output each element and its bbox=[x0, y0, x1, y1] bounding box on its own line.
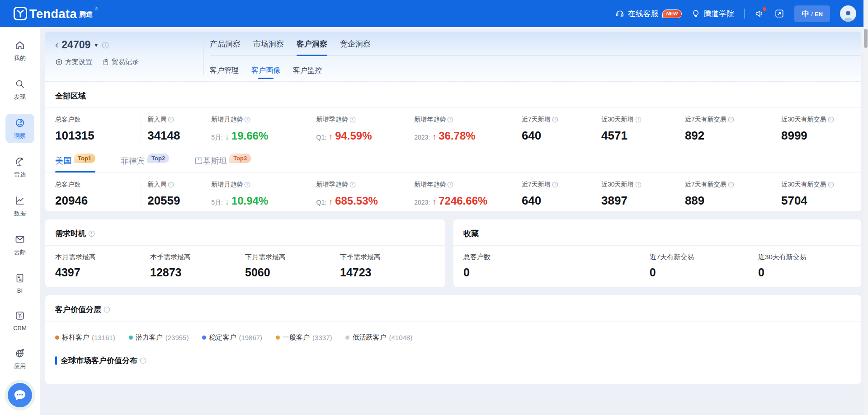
stat-label: 总客户数 bbox=[463, 253, 650, 261]
info-icon[interactable] bbox=[828, 117, 834, 123]
legend-count: (41048) bbox=[389, 334, 412, 341]
demand-info-icon[interactable] bbox=[88, 230, 95, 237]
tendata-logo[interactable]: Tendata 腾道 ® bbox=[14, 7, 98, 20]
subtitle-info-icon[interactable] bbox=[140, 357, 146, 364]
info-icon[interactable] bbox=[635, 117, 642, 123]
stat-value: 12873 bbox=[150, 266, 245, 279]
sidebar-item-label: 雷达 bbox=[14, 171, 26, 179]
legend-item[interactable]: 稳定客户(19867) bbox=[202, 333, 262, 342]
overview-card: ‹ 24709 ▼ 方案设置 贸 bbox=[45, 32, 861, 211]
stat-value: 640 bbox=[522, 129, 598, 143]
back-icon[interactable]: ‹ bbox=[55, 41, 58, 49]
legend-dot bbox=[129, 336, 133, 340]
stat-label-text: 新增月趋势 bbox=[211, 181, 243, 189]
sidebar-item-data[interactable]: 数据 bbox=[5, 191, 34, 221]
country-rank-badge: Top2 bbox=[147, 154, 169, 163]
info-icon[interactable] bbox=[447, 117, 453, 123]
secondary-tab-3[interactable]: 客户监控 bbox=[293, 66, 322, 81]
stat-label-text: 近7天新增 bbox=[522, 116, 551, 124]
stat-column: 近30天有新交易0 bbox=[758, 253, 851, 279]
stat-label-text: 近30天新增 bbox=[601, 116, 634, 124]
sidebar-item-insight[interactable]: 洞察 bbox=[5, 114, 34, 143]
sidebar-item-search[interactable]: 发现 bbox=[5, 75, 34, 104]
apps-icon bbox=[14, 348, 25, 360]
radar-icon bbox=[14, 156, 25, 169]
info-icon[interactable] bbox=[244, 182, 250, 188]
primary-tab-3[interactable]: 客户洞察 bbox=[297, 39, 327, 55]
trend-percent: 19.66% bbox=[231, 130, 268, 142]
announcements-button[interactable] bbox=[755, 9, 764, 19]
primary-tab-4[interactable]: 竞企洞察 bbox=[340, 39, 371, 55]
fullscreen-button[interactable] bbox=[774, 9, 784, 19]
info-icon[interactable] bbox=[168, 182, 174, 188]
sidebar-item-label: 洞察 bbox=[14, 132, 26, 140]
academy-button[interactable]: 腾道学院 bbox=[692, 9, 734, 19]
user-avatar[interactable] bbox=[840, 5, 856, 22]
search-icon bbox=[14, 79, 25, 91]
trade-records-button[interactable]: 贸易记录 bbox=[102, 58, 139, 66]
legend-item[interactable]: 一般客户(3337) bbox=[276, 333, 332, 342]
secondary-tab-1[interactable]: 客户管理 bbox=[210, 66, 239, 81]
stat-value: 5060 bbox=[245, 266, 340, 279]
scrollbar-thumb[interactable] bbox=[864, 29, 868, 48]
primary-tab-2[interactable]: 市场洞察 bbox=[253, 39, 284, 55]
info-icon[interactable] bbox=[168, 117, 174, 123]
info-icon[interactable] bbox=[349, 182, 356, 188]
sidebar-item-crm[interactable]: CRM bbox=[5, 307, 34, 335]
stat-label: 近30天新增 bbox=[601, 116, 681, 124]
tiers-info-icon[interactable] bbox=[104, 306, 110, 313]
country-tab-3[interactable]: 巴基斯坦Top3 bbox=[194, 155, 251, 173]
sidebar-item-home[interactable]: 我的 bbox=[5, 36, 34, 65]
global-value-subtitle: 全球市场客户价值分布 bbox=[61, 355, 146, 366]
stat-column: 下月需求最高5060 bbox=[245, 253, 340, 279]
legend-dot bbox=[276, 336, 280, 340]
legend-item[interactable]: 低活跃客户(41048) bbox=[345, 333, 412, 342]
page-scrollbar[interactable] bbox=[863, 0, 868, 415]
secondary-tab-2[interactable]: 客户画像 bbox=[251, 66, 280, 81]
stat-column: 近7天有新交易0 bbox=[650, 253, 758, 279]
chat-fab-button[interactable] bbox=[8, 383, 32, 407]
demand-timing-card: 需求时机 本月需求最高4397本季需求最高12873下月需求最高5060下季需求… bbox=[45, 219, 445, 287]
main-content: ‹ 24709 ▼ 方案设置 贸 bbox=[40, 27, 868, 415]
sidebar-item-apps[interactable]: 应用 bbox=[5, 344, 34, 373]
sidebar-item-label: 我的 bbox=[14, 54, 26, 62]
scheme-id[interactable]: 24709 bbox=[61, 39, 90, 51]
chevron-down-icon[interactable]: ▼ bbox=[94, 42, 99, 48]
info-icon[interactable] bbox=[552, 182, 558, 188]
stat-value: 889 bbox=[685, 194, 778, 208]
trend-value: 5月:↓19.66% bbox=[211, 130, 312, 142]
legend-count: (3337) bbox=[312, 334, 332, 341]
country-tab-2[interactable]: 菲律宾Top2 bbox=[121, 155, 169, 173]
trade-records-label: 贸易记录 bbox=[112, 58, 139, 66]
info-icon[interactable] bbox=[349, 117, 356, 123]
legend-item[interactable]: 潜力客户(23955) bbox=[129, 333, 189, 342]
info-icon[interactable] bbox=[552, 117, 558, 123]
sidebar-item-mail[interactable]: 云邮 bbox=[5, 230, 34, 260]
scheme-settings-button[interactable]: 方案设置 bbox=[55, 58, 92, 66]
info-icon[interactable] bbox=[828, 182, 834, 188]
info-icon[interactable] bbox=[728, 117, 734, 123]
stat-label: 下季需求最高 bbox=[340, 253, 435, 261]
stat-label: 近7天有新交易 bbox=[650, 253, 758, 261]
info-icon[interactable] bbox=[447, 182, 453, 188]
legend-dot bbox=[345, 336, 349, 340]
scheme-info-icon[interactable] bbox=[102, 42, 109, 49]
sidebar-item-radar[interactable]: 雷达 bbox=[5, 153, 34, 182]
scheme-settings-label: 方案设置 bbox=[65, 58, 92, 66]
sidebar-item-bi[interactable]: BIBI bbox=[5, 269, 34, 297]
legend-item[interactable]: 标杆客户(13161) bbox=[55, 333, 115, 342]
stat-label-text: 近7天有新交易 bbox=[685, 181, 726, 189]
info-icon[interactable] bbox=[728, 182, 734, 188]
stat-label-text: 新增年趋势 bbox=[414, 116, 446, 124]
stat-label: 近30天有新交易 bbox=[758, 253, 851, 261]
language-toggle[interactable]: 中 / EN bbox=[794, 5, 830, 22]
primary-tab-1[interactable]: 产品洞察 bbox=[210, 39, 241, 55]
new-badge: NEW bbox=[662, 9, 682, 18]
online-service-button[interactable]: 在线客服 NEW bbox=[615, 9, 682, 19]
country-tab-1[interactable]: 美国Top1 bbox=[55, 155, 95, 173]
info-icon[interactable] bbox=[244, 117, 250, 123]
favorites-card: 收藏 总客户数0近7天有新交易0近30天有新交易0 bbox=[453, 219, 861, 287]
info-icon[interactable] bbox=[635, 182, 642, 188]
stat-column: 新增年趋势2023:↑36.78% bbox=[414, 116, 522, 143]
stat-label: 总客户数 bbox=[55, 181, 137, 189]
